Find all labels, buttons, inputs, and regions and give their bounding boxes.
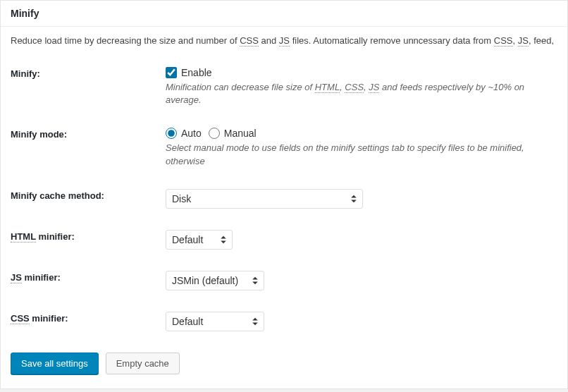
html-abbr: HTML: [315, 82, 340, 93]
minify-enable-checkbox[interactable]: [166, 67, 177, 78]
panel-header: Minify: [1, 1, 567, 27]
minify-control: Enable Minification can decrease file si…: [166, 67, 557, 106]
intro-text-mid3: ,: [513, 35, 518, 46]
css-abbr-3: CSS: [345, 82, 364, 93]
intro-text: Reduce load time by decreasing the size …: [11, 35, 557, 46]
panel-body: Reduce load time by decreasing the size …: [1, 27, 567, 388]
minify-description: Minification can decrease file size of H…: [166, 81, 557, 106]
js-minifier-control: JSMin (default): [166, 271, 557, 290]
js-minifier-row: JS minifier: JSMin (default): [11, 271, 557, 290]
html-minifier-label: HTML minifier:: [11, 230, 166, 242]
mode-manual-label[interactable]: Manual: [224, 128, 257, 139]
minify-desc-pre: Minification can decrease file size of: [166, 82, 315, 92]
cache-method-control: Disk: [166, 189, 557, 209]
css-abbr-4: CSS: [11, 313, 30, 324]
js-abbr-3: JS: [369, 82, 379, 93]
intro-text-post: , feed,: [529, 35, 554, 46]
minify-mode-label: Minify mode:: [11, 128, 166, 140]
html-minifier-label-post: minifier:: [36, 231, 75, 242]
css-abbr-2: CSS: [494, 35, 513, 47]
minify-mode-row: Minify mode: Auto Manual Select manual m…: [11, 128, 557, 167]
mode-auto-label[interactable]: Auto: [181, 128, 202, 139]
mode-auto-radio[interactable]: [166, 128, 177, 139]
js-abbr-4: JS: [11, 272, 22, 283]
cache-method-label: Minify cache method:: [11, 189, 166, 201]
intro-text-mid1: and: [259, 35, 279, 46]
minify-label: Minify:: [11, 67, 166, 79]
minify-enable-label[interactable]: Enable: [181, 67, 212, 78]
mode-auto-item: Auto: [166, 128, 202, 139]
minify-checkbox-line: Enable: [166, 67, 557, 78]
js-minifier-label-post: minifier:: [22, 272, 61, 283]
css-minifier-label-post: minifier:: [30, 313, 68, 324]
minify-panel: Minify Reduce load time by decreasing th…: [0, 0, 568, 389]
html-minifier-select[interactable]: Default: [166, 230, 233, 250]
minify-row: Minify: Enable Minification can decrease…: [11, 67, 557, 106]
css-minifier-label: CSS minifier:: [11, 312, 166, 324]
button-row: Save all settings Empty cache: [11, 353, 557, 374]
html-minifier-row: HTML minifier: Default: [11, 230, 557, 250]
js-minifier-label: JS minifier:: [11, 271, 166, 283]
js-minifier-select[interactable]: JSMin (default): [166, 271, 264, 290]
mode-manual-item: Manual: [209, 128, 257, 139]
js-abbr-2: JS: [518, 35, 529, 47]
html-abbr-2: HTML: [11, 231, 36, 243]
cache-method-row: Minify cache method: Disk: [11, 189, 557, 209]
save-button[interactable]: Save all settings: [11, 353, 99, 374]
cache-method-select[interactable]: Disk: [166, 189, 363, 209]
minify-mode-radios: Auto Manual: [166, 128, 557, 139]
css-abbr: CSS: [240, 35, 259, 47]
css-minifier-select[interactable]: Default: [166, 312, 264, 331]
css-minifier-control: Default: [166, 312, 557, 331]
html-minifier-control: Default: [166, 230, 557, 250]
js-abbr: JS: [279, 35, 290, 47]
intro-text-mid2: files. Automatically remove unncessary d…: [290, 35, 494, 46]
empty-cache-button[interactable]: Empty cache: [106, 353, 180, 374]
css-minifier-row: CSS minifier: Default: [11, 312, 557, 331]
panel-title: Minify: [11, 8, 557, 19]
intro-text-pre: Reduce load time by decreasing the size …: [11, 35, 240, 46]
minify-mode-description: Select manual mode to use fields on the …: [166, 142, 557, 167]
mode-manual-radio[interactable]: [209, 128, 220, 139]
minify-mode-control: Auto Manual Select manual mode to use fi…: [166, 128, 557, 167]
